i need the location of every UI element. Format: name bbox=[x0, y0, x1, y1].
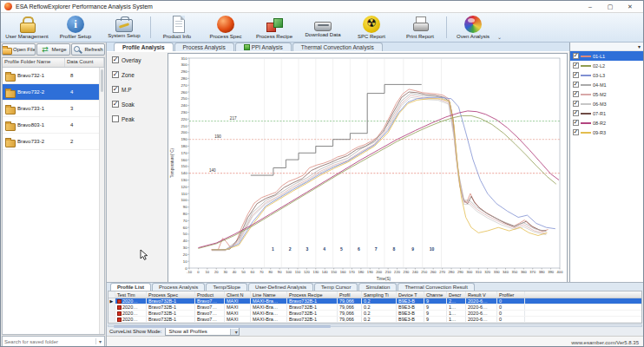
column-line-name[interactable]: Line Name bbox=[251, 291, 287, 298]
channel-checkbox[interactable]: ✓ bbox=[573, 53, 579, 59]
column-sampling-ti[interactable]: Sampling Ti bbox=[362, 291, 397, 298]
folder-name: Bravo733-1 bbox=[17, 106, 65, 111]
merge-icon: ⇄ bbox=[40, 45, 49, 54]
page-icon bbox=[173, 16, 185, 33]
column-channe[interactable]: Channe bbox=[424, 291, 447, 298]
result-tab-temp-slope[interactable]: Temp/Slope bbox=[206, 283, 247, 291]
folder-row-bravo732-2[interactable]: Bravo732-24 bbox=[3, 84, 104, 101]
toolbar-button-print-report[interactable]: Print Report bbox=[396, 14, 444, 41]
checkbox-peak[interactable] bbox=[112, 115, 119, 122]
channel-row-08-r2[interactable]: ✓08-R2 bbox=[570, 118, 643, 128]
profile-list-hscrollbar[interactable] bbox=[108, 324, 642, 327]
y-tick-label: 10 bbox=[183, 259, 187, 264]
toolbar-button-oven-analysis[interactable]: Oven Analysis bbox=[449, 14, 497, 41]
channel-checkbox[interactable]: ✓ bbox=[573, 110, 579, 116]
channel-checkbox[interactable]: ✓ bbox=[573, 82, 579, 88]
toolbar-button-download-data[interactable]: Download Data bbox=[299, 14, 347, 41]
y-tick-label: 180 bbox=[181, 144, 187, 148]
profile-folder-panel: Open File⇄MergeRefresh Profile Folder Na… bbox=[1, 43, 107, 347]
channel-checkbox[interactable]: ✓ bbox=[573, 120, 579, 126]
channel-checkbox[interactable]: ✓ bbox=[573, 62, 579, 69]
toolbar-button-system-setup[interactable]: System Setup bbox=[100, 14, 148, 41]
channel-row-06-m3[interactable]: ✓06-M3 bbox=[570, 99, 643, 108]
channel-checkbox[interactable]: ✓ bbox=[573, 72, 579, 78]
tab-process-analysis[interactable]: Process Analysis bbox=[174, 43, 234, 51]
column-client-n[interactable]: Client N bbox=[225, 291, 251, 298]
folder-actions: Open File⇄MergeRefresh bbox=[1, 43, 106, 56]
folder-scrollbar[interactable] bbox=[99, 68, 104, 334]
close-button[interactable]: ✕ bbox=[621, 2, 640, 12]
tab-thermal-convection-analysis[interactable]: Thermal Convection Analysis bbox=[292, 43, 383, 51]
checkbox-zone[interactable]: ✓ bbox=[112, 71, 119, 78]
profile-row[interactable]: 2020…Bravo732B-1Bravo7…MAXIMAXI-Bra…Brav… bbox=[108, 317, 641, 323]
open-file-button[interactable]: Open File bbox=[2, 43, 36, 56]
maximize-button[interactable]: ▢ bbox=[601, 2, 620, 12]
checkbox-overlay[interactable]: ✓ bbox=[112, 56, 119, 63]
toolbar-button-profiler-setup[interactable]: Profiler Setup bbox=[51, 14, 100, 41]
column-folder-name[interactable]: Profile Folder Name bbox=[3, 58, 65, 67]
channel-row-03-l3[interactable]: ✓03-L3 bbox=[570, 70, 643, 80]
checkbox-soak[interactable]: ✓ bbox=[112, 101, 119, 108]
column-data-count[interactable]: Data Count bbox=[65, 58, 104, 67]
channel-row-07-r1[interactable]: ✓07-R1 bbox=[570, 108, 643, 118]
toolbar-button-process-recipe[interactable]: Process Recipe bbox=[250, 14, 299, 41]
x-tick-label: 100 bbox=[286, 270, 292, 274]
channel-panel-chevron-icon[interactable]: ▾ bbox=[638, 43, 641, 49]
curvelist-mode-select[interactable]: Show all Profiles ▾ bbox=[165, 327, 240, 336]
folder-row-bravo803-1[interactable]: Bravo803-14 bbox=[3, 117, 104, 134]
channel-row-04-m1[interactable]: ✓04-M1 bbox=[570, 80, 643, 89]
result-tab-simulation[interactable]: Simulation bbox=[358, 283, 397, 291]
result-tab-process-analysis[interactable]: Process Analysis bbox=[152, 283, 205, 291]
column-test-tim[interactable]: Test Tim bbox=[115, 291, 147, 298]
result-tab-user-defined-analysis[interactable]: User-Defined Analysis bbox=[248, 283, 313, 291]
result-tab-profile-list[interactable]: Profile List bbox=[110, 283, 151, 291]
channel-row-01-l1[interactable]: ✓01-L1 bbox=[570, 51, 643, 61]
column-process-spec[interactable]: Process Spec bbox=[147, 291, 195, 298]
row-selector bbox=[108, 304, 115, 310]
toolbar-button-spc-report[interactable]: SPC Report bbox=[347, 14, 396, 41]
toolbar-button-product-info[interactable]: Product Info bbox=[153, 14, 201, 41]
channel-checkbox[interactable]: ✓ bbox=[573, 91, 579, 97]
chevron-down-icon[interactable]: ▾ bbox=[95, 338, 104, 344]
column-profil[interactable]: Profil bbox=[338, 291, 362, 298]
x-tick-label: 310 bbox=[476, 270, 483, 274]
column-device-t[interactable]: Device T bbox=[397, 291, 424, 298]
toolbar-button-label: Print Report bbox=[406, 34, 434, 39]
column-result-v[interactable]: Result V bbox=[466, 291, 497, 298]
folder-search-input[interactable] bbox=[3, 339, 95, 344]
column-descr[interactable]: Descr bbox=[447, 291, 466, 298]
result-tab-temp-cursor[interactable]: Temp Cursor bbox=[314, 283, 358, 291]
checkbox-m-p[interactable]: ✓ bbox=[112, 86, 119, 93]
channel-row-09-r3[interactable]: ✓09-R3 bbox=[570, 128, 643, 137]
toolbar-button-user-management[interactable]: User Management bbox=[3, 14, 51, 41]
y-tick-label: 190 bbox=[181, 137, 187, 141]
minimize-button[interactable]: – bbox=[581, 2, 600, 12]
merge-button[interactable]: ⇄Merge bbox=[36, 43, 70, 56]
cell-profiler: 0 bbox=[497, 317, 525, 322]
refresh-button[interactable]: Refresh bbox=[71, 43, 105, 56]
toolbar-button-process-spec[interactable]: Process Spec bbox=[201, 14, 250, 41]
profile-chart[interactable]: 0102030405060708090100110120130140150160… bbox=[168, 54, 567, 281]
toolbar-overflow-chevron-icon[interactable]: ⌄ bbox=[497, 34, 503, 41]
folder-icon bbox=[5, 88, 16, 97]
profile-row[interactable]: 2020…Bravo732B-1Bravo7…MAXIMAXI-Bra…Brav… bbox=[108, 304, 641, 311]
column-profiler[interactable]: Profiler bbox=[497, 291, 525, 298]
channel-row-05-m2[interactable]: ✓05-M2 bbox=[570, 89, 643, 99]
profile-row[interactable]: ▶2020…Bravo732B-1Bravo7…MAXIMAXI-Bra…Bra… bbox=[108, 298, 641, 304]
tab-ppi-analysis[interactable]: PPI Analysis bbox=[235, 43, 292, 51]
tab-profile-analysis[interactable]: Profile Analysis bbox=[114, 43, 174, 51]
folder-row-bravo733-1[interactable]: Bravo733-13 bbox=[3, 101, 104, 117]
channel-row-02-l2[interactable]: ✓02-L2 bbox=[570, 61, 643, 70]
folder-row-bravo732-1[interactable]: Bravo732-18 bbox=[3, 68, 104, 84]
profile-row[interactable]: 2020…Bravo732B-1Bravo7…MAXIMAXI-Bra…Brav… bbox=[108, 311, 641, 317]
x-tick-label: 370 bbox=[529, 270, 536, 274]
column-product[interactable]: Product bbox=[195, 291, 225, 298]
column-process-recipe[interactable]: Process Recipe bbox=[287, 291, 338, 298]
cell-device-t: B9E3-B bbox=[397, 311, 424, 316]
result-tab-thermal-convection-result[interactable]: Thermal Convection Result bbox=[398, 283, 474, 291]
y-tick-label: 270 bbox=[181, 83, 187, 88]
cell-client-n: MAXI bbox=[225, 298, 251, 304]
folder-row-bravo733-2[interactable]: Bravo733-22 bbox=[3, 134, 104, 150]
channel-checkbox[interactable]: ✓ bbox=[573, 129, 579, 135]
channel-checkbox[interactable]: ✓ bbox=[573, 101, 579, 107]
